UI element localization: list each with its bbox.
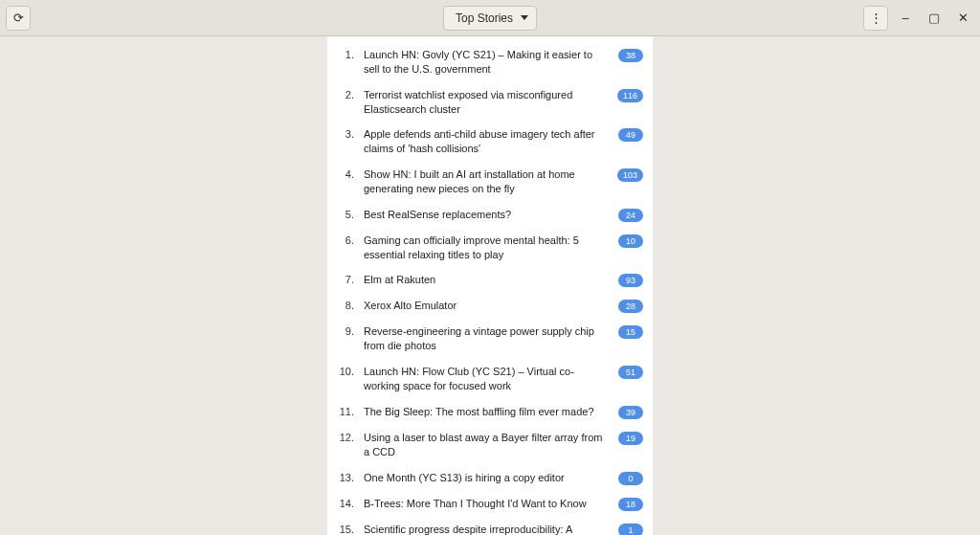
story-rank: 10. — [333, 365, 354, 377]
story-row[interactable]: 11.The Big Sleep: The most baffling film… — [327, 399, 653, 425]
story-row[interactable]: 4.Show HN: I built an AI art installatio… — [327, 162, 653, 202]
story-title[interactable]: Launch HN: Flow Club (YC S21) – Virtual … — [364, 365, 609, 393]
comment-count-badge[interactable]: 24 — [618, 209, 643, 222]
comment-count-badge[interactable]: 39 — [618, 406, 643, 419]
comment-count-badge[interactable]: 38 — [618, 49, 643, 62]
chevron-down-icon — [521, 15, 528, 20]
story-title[interactable]: Show HN: I built an AI art installation … — [364, 167, 608, 196]
kebab-icon: ⋮ — [870, 11, 882, 25]
comment-count-badge[interactable]: 103 — [617, 168, 643, 182]
story-title[interactable]: B-Trees: More Than I Thought I'd Want to… — [364, 497, 609, 511]
story-row[interactable]: 9.Reverse-engineering a vintage power su… — [327, 319, 653, 359]
comment-count-badge[interactable]: 49 — [618, 128, 643, 142]
comment-count-badge[interactable]: 28 — [618, 300, 643, 313]
story-row[interactable]: 14.B-Trees: More Than I Thought I'd Want… — [327, 491, 653, 517]
story-title[interactable]: Terrorist watchlist exposed via misconfi… — [364, 88, 608, 117]
story-rank: 11. — [333, 405, 354, 417]
story-title[interactable]: Using a laser to blast away a Bayer filt… — [364, 431, 609, 459]
close-button[interactable]: ✕ — [951, 7, 974, 30]
story-title[interactable]: Apple defends anti-child abuse imagery t… — [364, 127, 609, 156]
story-rank: 8. — [333, 299, 354, 311]
story-row[interactable]: 13.One Month (YC S13) is hiring a copy e… — [327, 465, 653, 491]
titlebar: ⟳ Top Stories ⋮ – ▢ ✕ — [0, 0, 980, 36]
story-row[interactable]: 7.Elm at Rakuten93 — [327, 267, 653, 293]
maximize-button[interactable]: ▢ — [923, 7, 946, 30]
story-row[interactable]: 8.Xerox Alto Emulator28 — [327, 293, 653, 319]
story-rank: 6. — [333, 234, 354, 246]
comment-count-badge[interactable]: 18 — [618, 498, 643, 511]
story-row[interactable]: 5.Best RealSense replacements?24 — [327, 202, 653, 228]
maximize-icon: ▢ — [928, 11, 940, 25]
story-row[interactable]: 12.Using a laser to blast away a Bayer f… — [327, 425, 653, 465]
comment-count-badge[interactable]: 10 — [618, 234, 643, 248]
story-title[interactable]: Xerox Alto Emulator — [364, 299, 609, 313]
story-row[interactable]: 6.Gaming can officially improve mental h… — [327, 228, 653, 268]
story-row[interactable]: 2.Terrorist watchlist exposed via miscon… — [327, 82, 653, 123]
story-title[interactable]: The Big Sleep: The most baffling film ev… — [364, 405, 609, 419]
story-title[interactable]: Launch HN: Govly (YC S21) – Making it ea… — [364, 48, 609, 77]
story-rank: 2. — [333, 88, 354, 100]
minimize-button[interactable]: – — [894, 7, 917, 30]
story-row[interactable]: 10.Launch HN: Flow Club (YC S21) – Virtu… — [327, 359, 653, 399]
comment-count-badge[interactable]: 15 — [618, 325, 643, 339]
story-title[interactable]: One Month (YC S13) is hiring a copy edit… — [364, 471, 609, 485]
comment-count-badge[interactable]: 0 — [618, 472, 643, 485]
refresh-button[interactable]: ⟳ — [6, 6, 31, 31]
story-rank: 3. — [333, 127, 354, 140]
view-dropdown[interactable]: Top Stories — [443, 6, 537, 31]
story-title[interactable]: Best RealSense replacements? — [364, 208, 609, 222]
refresh-icon: ⟳ — [13, 11, 24, 25]
menu-button[interactable]: ⋮ — [863, 6, 888, 31]
story-list: 1.Launch HN: Govly (YC S21) – Making it … — [327, 36, 653, 535]
story-title[interactable]: Gaming can officially improve mental hea… — [364, 234, 609, 262]
content-scroll[interactable]: 1.Launch HN: Govly (YC S21) – Making it … — [0, 36, 980, 535]
comment-count-badge[interactable]: 51 — [618, 366, 643, 379]
story-title[interactable]: Scientific progress despite irreproducib… — [364, 523, 609, 536]
minimize-icon: – — [902, 11, 908, 25]
close-icon: ✕ — [958, 11, 969, 25]
story-row[interactable]: 1.Launch HN: Govly (YC S21) – Making it … — [327, 42, 653, 82]
story-rank: 4. — [333, 167, 354, 180]
view-dropdown-label: Top Stories — [456, 11, 513, 25]
story-title[interactable]: Elm at Rakuten — [364, 273, 609, 287]
comment-count-badge[interactable]: 116 — [617, 89, 643, 102]
story-rank: 12. — [333, 431, 354, 443]
story-rank: 13. — [333, 471, 354, 483]
story-title[interactable]: Reverse-engineering a vintage power supp… — [364, 324, 609, 353]
story-row[interactable]: 15.Scientific progress despite irreprodu… — [327, 517, 653, 536]
comment-count-badge[interactable]: 19 — [618, 432, 643, 445]
story-rank: 7. — [333, 273, 354, 285]
comment-count-badge[interactable]: 1 — [618, 524, 643, 536]
comment-count-badge[interactable]: 93 — [618, 274, 643, 287]
story-rank: 14. — [333, 497, 354, 509]
story-rank: 9. — [333, 324, 354, 337]
story-row[interactable]: 3.Apple defends anti-child abuse imagery… — [327, 122, 653, 162]
story-rank: 1. — [333, 48, 354, 60]
story-rank: 15. — [333, 523, 354, 535]
story-rank: 5. — [333, 208, 354, 220]
